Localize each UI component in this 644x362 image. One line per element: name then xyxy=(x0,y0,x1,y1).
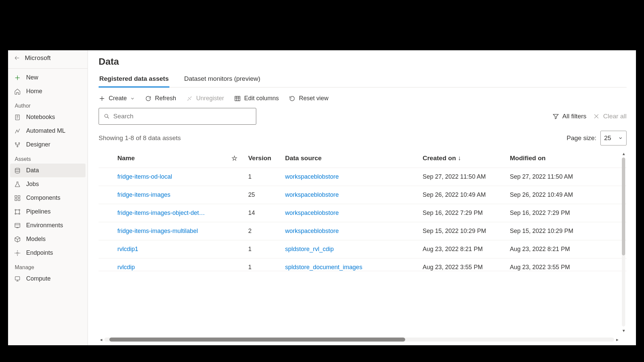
scroll-track[interactable] xyxy=(622,158,625,326)
row-favorite[interactable] xyxy=(228,204,245,222)
column-name[interactable]: Name xyxy=(114,149,228,168)
scroll-right-icon[interactable]: ▸ xyxy=(616,337,619,342)
column-modified-on[interactable]: Modified on xyxy=(506,149,627,168)
sidebar-item-label: Environments xyxy=(26,222,63,229)
pipelines-icon xyxy=(14,208,21,215)
asset-name-link[interactable]: fridge-items-images-object-det… xyxy=(117,209,205,216)
scroll-track[interactable] xyxy=(104,338,614,342)
sidebar-item-models[interactable]: Models xyxy=(8,232,88,246)
svg-point-4 xyxy=(15,168,19,170)
sidebar-item-label: Home xyxy=(26,88,42,95)
search-box[interactable] xyxy=(99,108,256,125)
column-select[interactable] xyxy=(99,149,114,168)
plus-icon xyxy=(99,95,105,102)
table-row[interactable]: rvlcdip11spldstore_rvl_cdipAug 23, 2022 … xyxy=(99,240,627,258)
table-row[interactable]: fridge-items-images25workspaceblobstoreS… xyxy=(99,186,627,204)
clear-all-button[interactable]: Clear all xyxy=(593,113,627,120)
data-source-link[interactable]: spldstore_rvl_cdip xyxy=(285,246,334,252)
columns-icon xyxy=(234,95,241,102)
page-size-value: 25 xyxy=(604,134,611,142)
table-row[interactable]: fridge-items-images-multilabel2workspace… xyxy=(99,222,627,240)
row-checkbox[interactable] xyxy=(99,240,114,258)
column-data-source[interactable]: Data source xyxy=(282,149,419,168)
table-row[interactable]: rvlcdip1spldstore_document_imagesAug 23,… xyxy=(99,258,627,271)
row-checkbox[interactable] xyxy=(99,222,114,240)
sidebar-item-endpoints[interactable]: Endpoints xyxy=(8,246,88,260)
sidebar-item-data[interactable]: Data xyxy=(10,164,86,177)
search-input[interactable] xyxy=(113,113,251,120)
asset-name-link[interactable]: fridge-items-od-local xyxy=(117,173,172,180)
sidebar-item-environments[interactable]: Environments xyxy=(8,219,88,232)
horizontal-scrollbar[interactable]: ◂ ▸ xyxy=(100,337,619,342)
asset-name-link[interactable]: fridge-items-images-multilabel xyxy=(117,228,198,234)
sidebar-item-pipelines[interactable]: Pipelines xyxy=(8,205,88,219)
divider xyxy=(8,68,88,69)
sidebar-item-new[interactable]: New xyxy=(8,71,88,84)
svg-rect-15 xyxy=(15,277,19,280)
data-source-link[interactable]: workspaceblobstore xyxy=(285,191,339,198)
row-favorite[interactable] xyxy=(228,240,245,258)
column-favorite[interactable]: ☆ xyxy=(228,149,245,168)
row-checkbox[interactable] xyxy=(99,204,114,222)
asset-version: 25 xyxy=(245,186,282,204)
table-wrap: Name ☆ Version Data source Created on↓ M… xyxy=(99,149,627,345)
data-source-link[interactable]: workspaceblobstore xyxy=(285,173,339,180)
scroll-up-icon[interactable]: ▴ xyxy=(623,151,625,156)
row-favorite[interactable] xyxy=(228,258,245,271)
page-size-select[interactable]: 25 xyxy=(600,131,627,145)
data-source-link[interactable]: workspaceblobstore xyxy=(285,209,339,216)
scroll-thumb[interactable] xyxy=(622,158,625,255)
toolbar: Create Refresh Unregister Edit columns R… xyxy=(99,87,627,108)
svg-point-9 xyxy=(15,209,16,210)
scroll-thumb[interactable] xyxy=(109,338,405,342)
unregister-button[interactable]: Unregister xyxy=(186,95,224,102)
asset-version: 1 xyxy=(245,240,282,258)
sidebar-item-jobs[interactable]: Jobs xyxy=(8,177,88,191)
sidebar-item-components[interactable]: Components xyxy=(8,191,88,205)
row-favorite[interactable] xyxy=(228,168,245,186)
data-source-link[interactable]: spldstore_document_images xyxy=(285,264,362,270)
row-checkbox[interactable] xyxy=(99,258,114,271)
sidebar-item-label: Components xyxy=(26,194,60,201)
scroll-down-icon[interactable]: ▾ xyxy=(623,328,625,333)
vertical-scrollbar[interactable]: ▴ ▾ xyxy=(621,151,626,333)
tab-dataset-monitors[interactable]: Dataset monitors (preview) xyxy=(183,72,261,87)
sidebar-item-home[interactable]: Home xyxy=(8,84,88,98)
page-title: Data xyxy=(99,56,627,67)
column-version[interactable]: Version xyxy=(245,149,282,168)
table-header-row: Name ☆ Version Data source Created on↓ M… xyxy=(99,149,627,168)
table-row[interactable]: fridge-items-od-local1workspaceblobstore… xyxy=(99,168,627,186)
chevron-down-icon xyxy=(130,96,135,101)
edit-columns-button[interactable]: Edit columns xyxy=(234,95,279,102)
row-checkbox[interactable] xyxy=(99,186,114,204)
reset-view-button[interactable]: Reset view xyxy=(289,95,328,102)
row-favorite[interactable] xyxy=(228,222,245,240)
row-favorite[interactable] xyxy=(228,186,245,204)
sidebar-item-label: Jobs xyxy=(26,181,39,188)
svg-point-11 xyxy=(15,213,16,214)
asset-name-link[interactable]: rvlcdip1 xyxy=(117,246,138,252)
sidebar-item-notebooks[interactable]: Notebooks xyxy=(8,110,88,124)
svg-point-3 xyxy=(17,146,18,147)
button-label: Unregister xyxy=(196,95,224,102)
sidebar-item-compute[interactable]: Compute xyxy=(8,272,88,286)
created-on: Aug 23, 2022 3:55 PM xyxy=(419,258,506,271)
table-row[interactable]: fridge-items-images-object-det…14workspa… xyxy=(99,204,627,222)
create-button[interactable]: Create xyxy=(99,95,135,102)
tab-registered-data-assets[interactable]: Registered data assets xyxy=(99,72,169,87)
sidebar-group-assets: Assets xyxy=(8,152,88,164)
asset-name-link[interactable]: rvlcdip xyxy=(117,264,135,270)
svg-point-2 xyxy=(18,142,19,143)
column-created-on[interactable]: Created on↓ xyxy=(419,149,506,168)
sidebar-item-automl[interactable]: Automated ML xyxy=(8,124,88,138)
data-source-link[interactable]: workspaceblobstore xyxy=(285,228,339,234)
created-on: Sep 15, 2022 10:29 PM xyxy=(419,222,506,240)
scroll-left-icon[interactable]: ◂ xyxy=(100,337,102,342)
refresh-button[interactable]: Refresh xyxy=(145,95,176,102)
all-filters-button[interactable]: All filters xyxy=(552,113,587,120)
workspace-switcher[interactable]: Microsoft xyxy=(8,50,88,66)
row-checkbox[interactable] xyxy=(99,168,114,186)
sidebar-item-label: Pipelines xyxy=(26,208,51,215)
asset-name-link[interactable]: fridge-items-images xyxy=(117,191,170,198)
sidebar-item-designer[interactable]: Designer xyxy=(8,138,88,152)
